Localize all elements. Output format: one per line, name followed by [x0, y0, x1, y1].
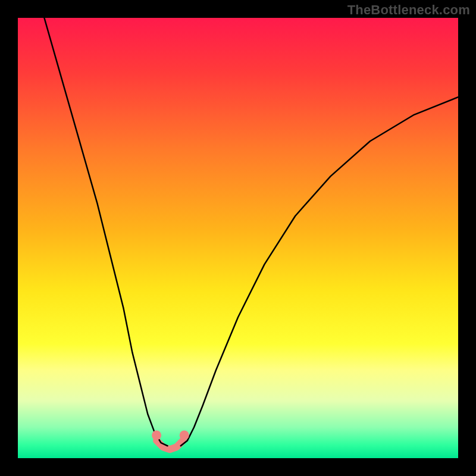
gradient-background	[18, 18, 458, 458]
chart-frame: TheBottleneck.com	[0, 0, 476, 476]
point-dot-left	[152, 431, 161, 440]
chart-svg	[18, 18, 458, 458]
plot-area	[18, 18, 458, 458]
point-dot-right	[180, 431, 189, 440]
watermark-text: TheBottleneck.com	[347, 2, 470, 18]
